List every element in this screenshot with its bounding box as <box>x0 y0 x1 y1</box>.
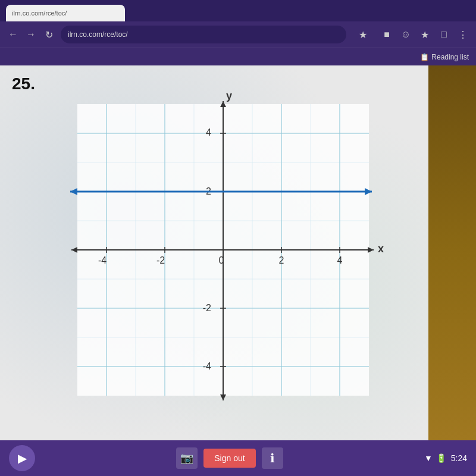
svg-marker-30 <box>368 247 374 253</box>
reading-list-button[interactable]: 📋 Reading list <box>420 53 469 61</box>
tab-title: ilrn.co.com/rce/toc/ <box>12 10 67 17</box>
launcher-button[interactable]: ▶ <box>9 445 35 471</box>
y-axis-label: y <box>226 92 232 102</box>
screenshot-icon: 📷 <box>180 452 193 465</box>
bookmark-icon[interactable]: ★ <box>418 27 432 42</box>
svg-text:-2: -2 <box>156 255 165 265</box>
clock: 5:24 <box>451 453 467 463</box>
right-side-decoration <box>428 65 476 440</box>
svg-text:4: 4 <box>206 127 211 137</box>
launcher-icon: ▶ <box>18 451 27 465</box>
settings-icon[interactable]: ℹ <box>262 447 283 469</box>
taskbar-center: 📷 Sign out ℹ <box>176 447 283 469</box>
active-tab[interactable]: ilrn.co.com/rce/toc/ <box>6 5 125 21</box>
graph-container: x y -4 -2 0 2 4 4 2 -2 -4 <box>60 92 387 408</box>
svg-marker-34 <box>220 394 226 400</box>
reading-list-icon: 📋 <box>420 53 429 61</box>
cast-icon[interactable]: □ <box>437 27 451 42</box>
svg-text:-4: -4 <box>203 361 211 371</box>
screenshot-app-icon[interactable]: 📷 <box>176 447 198 469</box>
taskbar: ▶ 📷 Sign out ℹ ▼ 🔋 5:24 <box>0 440 476 476</box>
svg-marker-31 <box>71 247 77 253</box>
battery-icon: 🔋 <box>436 453 446 463</box>
taskbar-left: ▶ <box>9 445 35 471</box>
left-arrow <box>70 188 77 195</box>
svg-text:0: 0 <box>219 255 224 265</box>
taskbar-right: ▼ 🔋 5:24 <box>424 453 467 463</box>
profile-icon[interactable]: ☺ <box>399 27 413 42</box>
extensions-icon[interactable]: ■ <box>380 27 394 42</box>
status-icons: ▼ 🔋 <box>424 453 446 463</box>
svg-text:2: 2 <box>279 255 284 265</box>
address-bar[interactable]: ilrn.co.com/rce/toc/ <box>61 26 346 43</box>
refresh-icon[interactable]: ↻ <box>42 27 56 42</box>
browser-chrome: ilrn.co.com/rce/toc/ ← → ↻ ilrn.co.com/r… <box>0 0 476 65</box>
back-icon[interactable]: ← <box>6 27 20 42</box>
svg-text:-4: -4 <box>98 255 107 265</box>
menu-icon[interactable]: ⋮ <box>456 27 470 42</box>
tab-bar: ilrn.co.com/rce/toc/ <box>0 0 476 21</box>
coordinate-graph: x y -4 -2 0 2 4 4 2 -2 -4 <box>60 92 387 408</box>
svg-text:4: 4 <box>337 255 343 265</box>
browser-actions: ■ ☺ ★ □ ⋮ <box>380 27 470 42</box>
star-icon[interactable]: ★ <box>356 27 370 42</box>
nav-bar: ← → ↻ ilrn.co.com/rce/toc/ ★ ■ ☺ ★ □ ⋮ <box>0 21 476 48</box>
info-icon: ℹ <box>270 451 275 465</box>
forward-icon[interactable]: → <box>24 27 38 42</box>
x-axis-label: x <box>378 243 384 255</box>
wifi-icon: ▼ <box>424 453 433 463</box>
problem-number: 25. <box>12 74 35 93</box>
nav-icons: ← → ↻ <box>6 27 56 42</box>
svg-text:-2: -2 <box>203 303 211 313</box>
reading-list-label: Reading list <box>431 53 469 61</box>
reading-list-bar: 📋 Reading list <box>0 48 476 65</box>
sign-out-button[interactable]: Sign out <box>203 449 255 468</box>
url-text: ilrn.co.com/rce/toc/ <box>68 30 128 39</box>
